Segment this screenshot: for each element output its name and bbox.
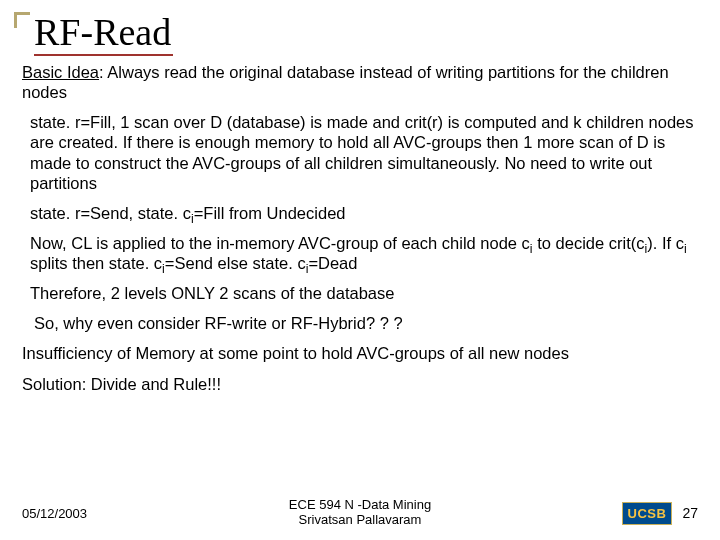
corner-decoration: [14, 12, 30, 28]
para-state-fill: state. r=Fill, 1 scan over D (database) …: [30, 112, 698, 193]
para-why-consider: So, why even consider RF-write or RF-Hyb…: [34, 313, 698, 333]
para-therefore: Therefore, 2 levels ONLY 2 scans of the …: [30, 283, 698, 303]
basic-idea: Basic Idea: Always read the original dat…: [22, 62, 698, 102]
footer-center: ECE 594 N -Data Mining Srivatsan Pallava…: [122, 498, 598, 528]
footer-author: Srivatsan Pallavaram: [122, 513, 598, 528]
title-container: RF-Read: [34, 10, 698, 56]
footer-right: UCSB 27: [598, 502, 698, 525]
para-cl-applied: Now, CL is applied to the in-memory AVC-…: [30, 233, 698, 273]
footer-course: ECE 594 N -Data Mining: [122, 498, 598, 513]
basic-idea-label: Basic Idea: [22, 63, 99, 81]
page-number: 27: [682, 505, 698, 521]
basic-idea-text: : Always read the original database inst…: [22, 63, 669, 101]
slide-body: Basic Idea: Always read the original dat…: [22, 62, 698, 394]
para-insufficiency: Insufficiency of Memory at some point to…: [22, 343, 698, 363]
slide-title: RF-Read: [34, 10, 173, 56]
ucsb-logo: UCSB: [622, 502, 673, 525]
footer: 05/12/2003 ECE 594 N -Data Mining Srivat…: [22, 498, 698, 528]
para-state-send: state. r=Send, state. ci=Fill from Undec…: [30, 203, 698, 223]
footer-date: 05/12/2003: [22, 506, 122, 521]
para-solution: Solution: Divide and Rule!!!: [22, 374, 698, 394]
